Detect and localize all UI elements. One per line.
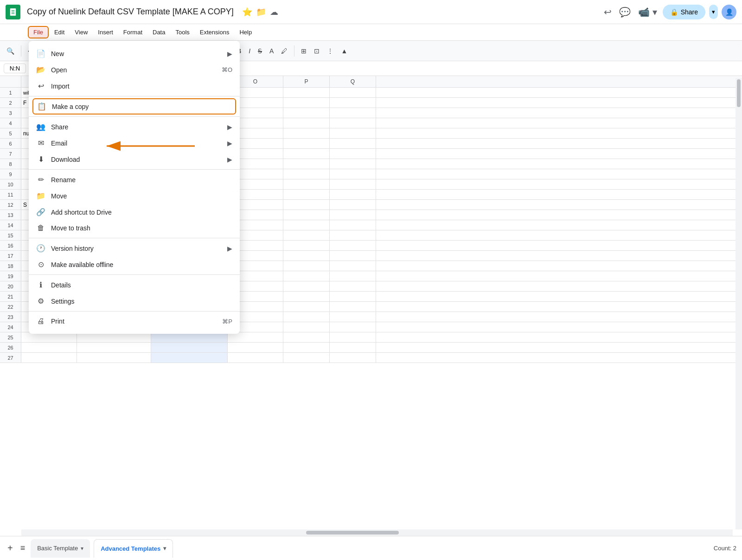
cell-Q2[interactable] bbox=[330, 98, 376, 108]
file-make-copy-item[interactable]: 📋 Make a copy bbox=[32, 98, 236, 115]
cell-L27[interactable] bbox=[21, 353, 77, 363]
cell-P22[interactable] bbox=[283, 302, 330, 312]
cell-L26[interactable] bbox=[21, 343, 77, 352]
cell-Q25[interactable] bbox=[330, 332, 376, 342]
cell-M26[interactable] bbox=[77, 343, 151, 352]
meet-button[interactable]: 📹 ▾ bbox=[636, 5, 659, 19]
add-sheet-button[interactable]: + bbox=[6, 541, 15, 555]
share-button[interactable]: 🔒 Share bbox=[663, 5, 705, 19]
cell-P17[interactable] bbox=[283, 251, 330, 261]
cell-P21[interactable] bbox=[283, 292, 330, 301]
cell-Q27[interactable] bbox=[330, 353, 376, 363]
cell-P8[interactable] bbox=[283, 159, 330, 169]
extensions-menu-item[interactable]: Extensions bbox=[195, 27, 234, 38]
cell-Q4[interactable] bbox=[330, 118, 376, 128]
advanced-tab-dropdown-icon[interactable]: ▾ bbox=[163, 545, 166, 552]
cell-P4[interactable] bbox=[283, 118, 330, 128]
strikethrough-button[interactable]: S̶ bbox=[255, 45, 265, 57]
merge-button[interactable]: ⊡ bbox=[311, 45, 322, 57]
col-header-p[interactable]: P bbox=[283, 76, 330, 87]
cell-P20[interactable] bbox=[283, 281, 330, 291]
cell-Q13[interactable] bbox=[330, 210, 376, 220]
text-color-button[interactable]: A bbox=[267, 45, 276, 57]
advanced-templates-tab[interactable]: Advanced Templates ▾ bbox=[94, 539, 173, 558]
cell-P15[interactable] bbox=[283, 230, 330, 240]
chat-button[interactable]: 💬 bbox=[617, 5, 633, 19]
cell-Q23[interactable] bbox=[330, 312, 376, 322]
italic-button[interactable]: I bbox=[246, 45, 253, 57]
cell-P14[interactable] bbox=[283, 220, 330, 230]
h-scroll-thumb[interactable] bbox=[306, 531, 399, 535]
file-trash-item[interactable]: 🗑 Move to trash bbox=[29, 220, 240, 236]
cell-P1[interactable] bbox=[283, 88, 330, 97]
file-import-item[interactable]: ↩ Import bbox=[29, 78, 240, 94]
cell-Q18[interactable] bbox=[330, 261, 376, 271]
cell-Q24[interactable] bbox=[330, 322, 376, 332]
cell-Q9[interactable] bbox=[330, 169, 376, 179]
tools-menu-item[interactable]: Tools bbox=[171, 27, 194, 38]
col-header-q[interactable]: Q bbox=[330, 76, 376, 87]
cell-Q12[interactable] bbox=[330, 200, 376, 210]
insert-menu-item[interactable]: Insert bbox=[93, 27, 118, 38]
share-dropdown-button[interactable]: ▾ bbox=[709, 5, 718, 19]
cell-O27[interactable] bbox=[228, 353, 283, 363]
cell-Q17[interactable] bbox=[330, 251, 376, 261]
file-menu-item[interactable]: File bbox=[28, 26, 49, 38]
basic-template-tab[interactable]: Basic Template ▾ bbox=[31, 539, 90, 558]
cell-Q20[interactable] bbox=[330, 281, 376, 291]
cell-M27[interactable] bbox=[77, 353, 151, 363]
file-new-item[interactable]: 📄 New ▶ bbox=[29, 45, 240, 62]
cell-Q8[interactable] bbox=[330, 159, 376, 169]
data-menu-item[interactable]: Data bbox=[148, 27, 170, 38]
cell-Q22[interactable] bbox=[330, 302, 376, 312]
star-icon[interactable]: ⭐ bbox=[242, 7, 252, 17]
cell-P6[interactable] bbox=[283, 139, 330, 148]
cell-P18[interactable] bbox=[283, 261, 330, 271]
cell-O26[interactable] bbox=[228, 343, 283, 352]
cell-Q3[interactable] bbox=[330, 108, 376, 118]
collapse-toolbar-button[interactable]: ▲ bbox=[338, 45, 350, 57]
file-version-history-item[interactable]: 🕐 Version history ▶ bbox=[29, 240, 240, 256]
avatar[interactable]: 👤 bbox=[722, 5, 736, 19]
help-menu-item[interactable]: Help bbox=[235, 27, 256, 38]
cell-Q14[interactable] bbox=[330, 220, 376, 230]
search-button[interactable]: 🔍 bbox=[4, 45, 17, 57]
cell-P27[interactable] bbox=[283, 353, 330, 363]
cell-M25[interactable] bbox=[77, 332, 151, 342]
cell-Q19[interactable] bbox=[330, 271, 376, 281]
view-menu-item[interactable]: View bbox=[70, 27, 92, 38]
cell-Q6[interactable] bbox=[330, 139, 376, 148]
cell-Q16[interactable] bbox=[330, 241, 376, 250]
cell-P7[interactable] bbox=[283, 149, 330, 159]
horizontal-scrollbar[interactable] bbox=[21, 529, 733, 536]
folder-icon[interactable]: 📁 bbox=[256, 7, 266, 17]
cell-P10[interactable] bbox=[283, 179, 330, 189]
cell-Q15[interactable] bbox=[330, 230, 376, 240]
cell-N25[interactable] bbox=[151, 332, 228, 342]
highlight-color-button[interactable]: 🖊 bbox=[278, 45, 290, 57]
file-offline-item[interactable]: ⊙ Make available offline bbox=[29, 256, 240, 273]
more-toolbar-button[interactable]: ⋮ bbox=[324, 45, 336, 57]
cell-P19[interactable] bbox=[283, 271, 330, 281]
v-scroll-thumb[interactable] bbox=[737, 79, 741, 107]
cell-P23[interactable] bbox=[283, 312, 330, 322]
cell-P5[interactable] bbox=[283, 128, 330, 138]
file-rename-item[interactable]: ✏ Rename bbox=[29, 172, 240, 188]
borders-button[interactable]: ⊞ bbox=[298, 45, 309, 57]
vertical-scrollbar[interactable] bbox=[736, 78, 742, 529]
cell-O25[interactable] bbox=[228, 332, 283, 342]
cell-Q1[interactable] bbox=[330, 88, 376, 97]
cell-Q10[interactable] bbox=[330, 179, 376, 189]
cell-Q7[interactable] bbox=[330, 149, 376, 159]
cell-L25[interactable] bbox=[21, 332, 77, 342]
cell-P11[interactable] bbox=[283, 190, 330, 199]
history-button[interactable]: ↩ bbox=[602, 5, 614, 19]
cell-Q21[interactable] bbox=[330, 292, 376, 301]
cell-P2[interactable] bbox=[283, 98, 330, 108]
cell-P12[interactable] bbox=[283, 200, 330, 210]
cell-P16[interactable] bbox=[283, 241, 330, 250]
basic-tab-dropdown-icon[interactable]: ▾ bbox=[81, 545, 83, 552]
format-menu-item[interactable]: Format bbox=[119, 27, 147, 38]
cell-P3[interactable] bbox=[283, 108, 330, 118]
cell-P13[interactable] bbox=[283, 210, 330, 220]
